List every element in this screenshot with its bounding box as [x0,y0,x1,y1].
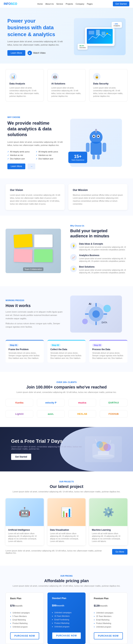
floating-card-2: 98.5% Success [78,44,88,50]
project-card-1: 📊 Data Visualisation Lorem elit ad molli… [47,498,86,545]
standard-plan-header: Standart Plan $99/month [52,597,81,608]
companies-title: Join 100.000+ companies who've reached [5,385,128,390]
project-info-2: Machine Learning Lorem elit ad mollit la… [89,526,128,545]
wc-item-desc-1: Lorem ipsum dolor sit amet consectetur a… [79,258,128,262]
why-choose-item-2: ⭐ Best Solutions Lorem ipsum dolor sit a… [70,266,128,274]
feature-title-0: Data Analysis [9,82,40,85]
standard-purchase-button[interactable]: PURCHASE NOW [52,632,81,639]
go-more-button[interactable]: Go More [112,549,128,554]
premium-feature-3: Product Marketing [94,622,123,625]
basic-feature-4: Unlimited program [10,625,39,629]
mission-card: Our Mission Maximus consectetuer pulvina… [68,184,128,210]
pricing-basic-card: Basic Plan $79/month Unlimited campaigns… [5,592,44,644]
project-title-2: Machine Learning [92,529,125,531]
wc-item-title-2: Best Solutions [79,266,128,268]
step-2: Step 02 Collect the Data Venenatis dictu… [47,340,86,362]
premium-feature-1: 25 Team Members [94,614,123,618]
nav-home[interactable]: Home [37,3,43,5]
nav-about[interactable]: About Us [45,3,54,5]
svg-point-30 [96,441,103,448]
realtime-checklist: All integrity aentic purus All integrity… [7,151,63,160]
svg-point-3 [106,33,108,34]
gear-illustration: AI DATA [70,296,122,332]
nav-projects[interactable]: Projects [66,3,73,5]
pricing-section: Our Pricing Affordable pricing plan Lore… [0,566,133,644]
learn-more-button[interactable]: Learn More [7,50,25,56]
basic-plan-header: Basic Plan $79/month [10,597,39,608]
nav-cta-button[interactable]: Get Started [113,2,129,6]
project-image-2: ⚙️ [89,498,128,526]
watch-video-button[interactable]: ▶ Watch Video [27,51,45,55]
free-trial-section: Get a Free Trial 7 Days Lorem ipsum dolo… [0,427,133,472]
svg-rect-6 [86,143,90,152]
step-2-desc: Venenatis dictum sit varius donec, Sempe… [50,352,83,360]
wc-item-title-0: Data Ideas & Concepts [79,242,128,245]
trial-content: Get a Free Trial 7 Days Lorem ipsum dolo… [11,438,85,460]
nav-service[interactable]: Service [56,3,63,5]
realtime-section: Why Choose We provide realtime data anal… [0,107,133,178]
how-works-section: Working Process How it works Lorem lorem… [0,286,133,372]
step-3-title: Process the Data [92,348,125,351]
step-1-num: Step 01 [8,344,19,347]
why-choose-item-1: 📈 Analytics Business Lorem ipsum dolor s… [70,254,128,262]
logo-lightal: LightAI [5,410,33,418]
standard-feature-1: 15 Team Members [52,614,81,618]
why-choose-content: Why Choose Us Build your targeted audien… [70,225,128,277]
project-image-1: 📊 [47,498,86,526]
nav-pages[interactable]: Pages [87,3,93,5]
basic-purchase-button[interactable]: PURCHASE NOW [10,632,39,639]
hero-illustration: ↑ 24% Analytics 98.5% Success [66,18,126,55]
steps-container: Step 01 Frame the Problem Venenatis dict… [5,340,128,362]
standard-price: $99/month [52,601,81,608]
wc-item-desc-0: Lorem ipsum dolor sit amet consectetur a… [79,246,128,251]
realtime-visual: 15+ Years Experience [70,119,126,167]
pricing-standard-card: Standart Plan $99/month Unlimited campai… [47,592,85,644]
why-choose-title: Build your targeted audience in minutes [70,228,128,239]
hero-visual: ↑ 24% Analytics 98.5% Success [74,18,126,55]
why-choose-tag: Why Choose Us [70,225,128,227]
basic-feature-2: Email Marketing [10,618,39,622]
nav-company[interactable]: Company [76,3,84,5]
basic-price: $79/month [10,601,39,608]
realtime-next-button[interactable]: → [27,164,35,169]
wc-item-title-1: Analytics Business [79,254,128,257]
step-3-desc: Venenatis dictum sit varius donec, Sempe… [92,352,125,360]
trial-get-started-button[interactable]: Get Started [11,454,31,460]
premium-purchase-button[interactable]: PURCHASE NOW [94,632,123,639]
svg-point-13 [98,136,99,137]
svg-rect-19 [96,303,97,307]
hero-description: Lorem ipsum dolor sit amet, consectetur … [7,40,66,46]
vision-mission-section: Our Vision Lorem ipsum dolor sit amet, c… [0,178,133,216]
realtime-learn-more-button[interactable]: Learn More [7,164,25,169]
standard-feature-3: Product Marketing [52,622,81,625]
project-title-0: Artificial Intelligence [8,529,41,531]
feature-desc-0: Lorem ipsum dolor sit amet, consectetur … [9,86,40,98]
check-item-2: Interdum ac nisi [7,154,34,156]
companies-section: Over 100+ Clients Join 100.000+ companie… [0,372,133,427]
analytics-icon: 📈 [70,254,77,261]
svg-rect-15 [96,131,97,132]
why-choose-visual: Team Collaboration [5,229,61,273]
ai-solutions-icon: 🤖 [51,73,59,80]
project-card-2: ⚙️ Machine Learning Lorem elit ad mollit… [89,498,128,545]
why-choose-image: Team Collaboration [5,229,63,273]
how-works-visual: AI DATA [70,296,128,332]
logo-hexlab: HEXLAB [68,410,96,418]
premium-feature-0: Unlimited campaigns [94,611,123,614]
basic-feature-1: 5 Team Members [10,614,39,618]
play-icon: ▶ [27,51,32,55]
standard-feature-0: Unlimited campaigns [52,611,81,614]
vision-description: Lorem ipsum dolor sit amet, consectetur … [10,194,60,206]
projects-footer-text: Lorem ipsum dolor sit amet, consectetur … [5,550,112,554]
premium-feature-2: Email Marketing [94,618,123,622]
project-info-0: Artificial Intelligence Lorem elit ad mo… [5,526,44,545]
realtime-description: Lorem ipsum dolor sit amet, consectetur … [7,140,63,147]
exp-label: Years Experience [71,159,84,161]
how-works-desc2: Ridiculus ut cursus rutrum donec congue … [5,322,63,328]
premium-plan-name: Premium Plan [94,597,123,600]
data-security-icon: 🔒 [93,73,101,80]
how-works-content: Working Process How it works Lorem lorem… [5,300,63,328]
pricing-title: Affordable pricing plan [5,578,128,583]
project-card-0: 🤖 Artificial Intelligence Lorem elit ad … [5,498,44,545]
svg-point-31 [104,444,111,451]
